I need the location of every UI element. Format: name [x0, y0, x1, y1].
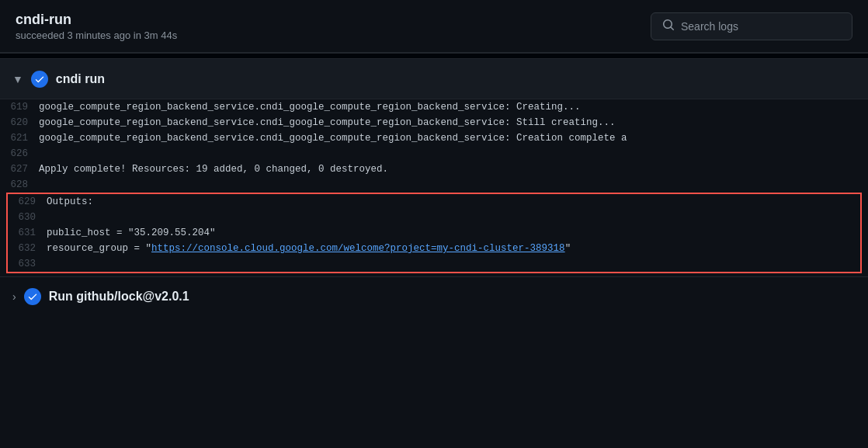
log-line: 621 google_compute_region_backend_servic… — [0, 130, 868, 146]
line-content: resource_group = "https://console.cloud.… — [47, 241, 860, 256]
line-number: 621 — [0, 130, 39, 146]
log-line: 630 — [8, 210, 860, 225]
log-line: 620 google_compute_region_backend_servic… — [0, 115, 868, 130]
log-line: 629 Outputs: — [8, 194, 860, 210]
log-line: 619 google_compute_region_backend_servic… — [0, 99, 868, 115]
log-line: 631 public_host = "35.209.55.204" — [8, 225, 860, 241]
line-number: 626 — [0, 146, 39, 161]
job-status: succeeded 3 minutes ago in 3m 44s — [16, 30, 177, 41]
job2-success-icon — [24, 288, 41, 305]
log-line: 626 — [0, 146, 868, 161]
line-number: 620 — [0, 115, 39, 130]
search-box[interactable]: Search logs — [651, 12, 852, 40]
header-info: cndi-run succeeded 3 minutes ago in 3m 4… — [16, 12, 177, 41]
log-line: 632 resource_group = "https://console.cl… — [8, 241, 860, 256]
line-content: Apply complete! Resources: 19 added, 0 c… — [39, 161, 868, 177]
line-number: 619 — [0, 99, 39, 115]
line-number: 628 — [0, 177, 39, 193]
section-divider — [0, 53, 868, 59]
line-content: Outputs: — [47, 194, 860, 210]
line-number: 630 — [8, 210, 47, 225]
line-content: public_host = "35.209.55.204" — [47, 225, 860, 241]
line-number: 632 — [8, 241, 47, 256]
log-line: 627 Apply complete! Resources: 19 added,… — [0, 161, 868, 177]
log-area: 619 google_compute_region_backend_servic… — [0, 99, 868, 273]
success-icon — [31, 71, 48, 88]
job-header: ▼ cndi run — [0, 59, 868, 99]
line-content: google_compute_region_backend_service.cn… — [39, 130, 868, 146]
line-number: 629 — [8, 194, 47, 210]
job2-header[interactable]: › Run github/lock@v2.0.1 — [0, 276, 868, 315]
line-content: google_compute_region_backend_service.cn… — [39, 115, 868, 130]
job-title: cndi run — [56, 72, 105, 86]
collapse-chevron-icon[interactable]: ▼ — [12, 73, 23, 85]
outputs-block: 629 Outputs: 630 631 public_host = "35.2… — [6, 193, 862, 273]
job2-title: Run github/lock@v2.0.1 — [49, 290, 189, 304]
line-number: 627 — [0, 161, 39, 177]
page-header: cndi-run succeeded 3 minutes ago in 3m 4… — [0, 0, 868, 53]
page-title: cndi-run — [16, 12, 177, 28]
expand-chevron-icon[interactable]: › — [12, 290, 16, 303]
line-number: 633 — [8, 256, 47, 272]
line-content: google_compute_region_backend_service.cn… — [39, 99, 868, 115]
resource-group-link[interactable]: https://console.cloud.google.com/welcome… — [151, 243, 565, 254]
line-number: 631 — [8, 225, 47, 241]
search-icon — [662, 19, 675, 34]
search-placeholder: Search logs — [681, 20, 738, 33]
log-line: 628 — [0, 177, 868, 193]
main-content: ▼ cndi run 619 google_compute_region_bac… — [0, 59, 868, 315]
log-line: 633 — [8, 256, 860, 272]
